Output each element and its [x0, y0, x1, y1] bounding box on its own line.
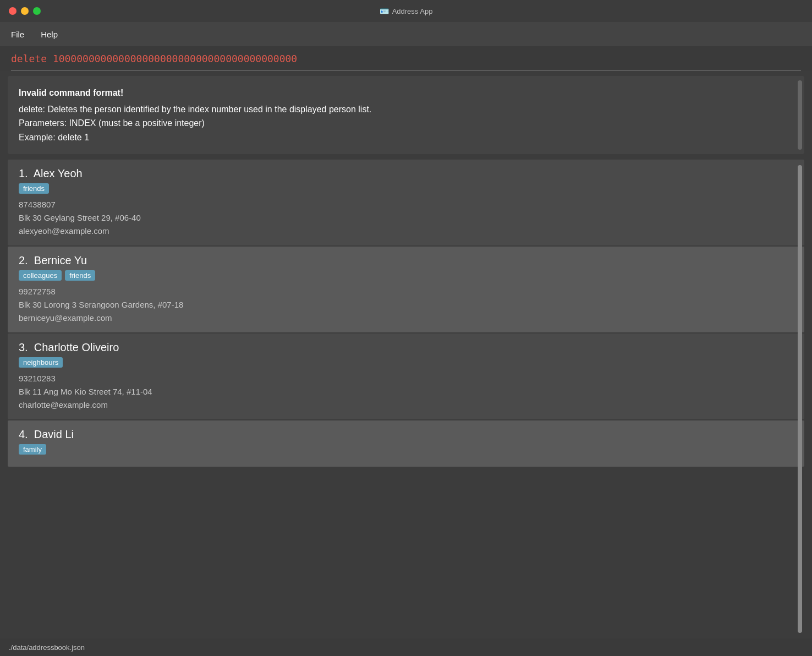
- output-text: Invalid command format! delete: Deletes …: [19, 86, 793, 144]
- error-title: Invalid command format!: [19, 86, 793, 100]
- tag: friends: [19, 183, 49, 194]
- cards-container: 1. Alex Yeoh friends 87438807Blk 30 Geyl…: [8, 160, 804, 467]
- status-bar: ./data/addressbook.json: [0, 638, 812, 656]
- status-text: ./data/addressbook.json: [9, 643, 85, 652]
- title-bar-text: 🪪 Address App: [380, 7, 433, 15]
- person-card[interactable]: 2. Bernice Yu colleaguesfriends 99272758…: [8, 247, 804, 332]
- person-tags: neighbours: [19, 357, 793, 368]
- list-scrollbar[interactable]: [798, 165, 802, 633]
- tag: family: [19, 444, 46, 455]
- close-button[interactable]: [9, 7, 17, 15]
- tag: neighbours: [19, 357, 63, 368]
- person-phone: 93210283: [19, 372, 793, 385]
- person-phone: 99272758: [19, 285, 793, 298]
- person-email: alexyeoh@example.com: [19, 225, 793, 238]
- output-line2: delete: Deletes the person identified by…: [19, 105, 371, 114]
- person-tags: family: [19, 444, 793, 455]
- person-address: Blk 30 Geylang Street 29, #06-40: [19, 211, 793, 225]
- app-icon: 🪪: [380, 7, 389, 15]
- tag: friends: [65, 270, 95, 281]
- minimize-button[interactable]: [21, 7, 29, 15]
- person-name: 4. David Li: [19, 428, 793, 441]
- person-email: berniceyu@example.com: [19, 311, 793, 325]
- output-panel: Invalid command format! delete: Deletes …: [8, 76, 804, 154]
- menu-bar: File Help: [0, 22, 812, 46]
- output-scrollbar[interactable]: [798, 80, 802, 150]
- command-input[interactable]: [11, 53, 801, 64]
- person-list: 1. Alex Yeoh friends 87438807Blk 30 Geyl…: [0, 160, 812, 638]
- person-index: 4.: [19, 428, 28, 440]
- title-bar: 🪪 Address App: [0, 0, 812, 22]
- person-card[interactable]: 4. David Li family: [8, 420, 804, 467]
- command-area: [0, 46, 812, 70]
- person-email: charlotte@example.com: [19, 398, 793, 412]
- output-line3: Parameters: INDEX (must be a positive in…: [19, 118, 205, 128]
- tag: colleagues: [19, 270, 62, 281]
- window-controls: [9, 7, 41, 15]
- output-line4: Example: delete 1: [19, 133, 89, 142]
- person-phone: 87438807: [19, 198, 793, 211]
- person-card[interactable]: 3. Charlotte Oliveiro neighbours 9321028…: [8, 334, 804, 419]
- person-index: 2.: [19, 254, 28, 266]
- person-index: 1.: [19, 167, 28, 179]
- person-tags: friends: [19, 183, 793, 194]
- person-address: Blk 30 Lorong 3 Serangoon Gardens, #07-1…: [19, 298, 793, 311]
- person-name: 3. Charlotte Oliveiro: [19, 341, 793, 354]
- menu-help[interactable]: Help: [41, 30, 58, 39]
- person-address: Blk 11 Ang Mo Kio Street 74, #11-04: [19, 385, 793, 398]
- person-name: 2. Bernice Yu: [19, 254, 793, 267]
- command-divider: [11, 70, 801, 70]
- app-title: Address App: [392, 7, 433, 15]
- menu-file[interactable]: File: [11, 30, 24, 39]
- maximize-button[interactable]: [33, 7, 41, 15]
- person-card[interactable]: 1. Alex Yeoh friends 87438807Blk 30 Geyl…: [8, 160, 804, 245]
- person-tags: colleaguesfriends: [19, 270, 793, 281]
- person-name: 1. Alex Yeoh: [19, 167, 793, 180]
- person-index: 3.: [19, 341, 28, 353]
